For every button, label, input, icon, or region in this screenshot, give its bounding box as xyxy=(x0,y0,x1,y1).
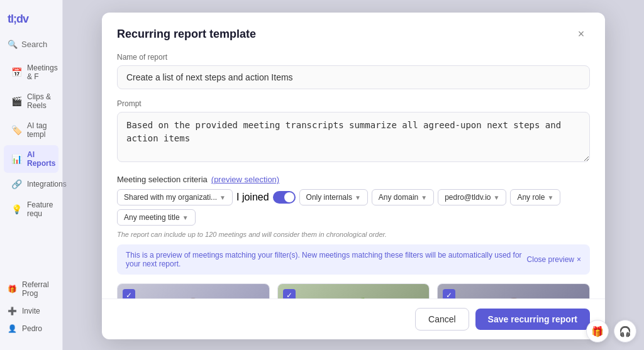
prompt-label: Prompt xyxy=(117,99,590,108)
joined-toggle[interactable] xyxy=(273,191,296,204)
cancel-button[interactable]: Cancel xyxy=(415,308,469,331)
sidebar-item-label: AI Reports xyxy=(27,150,55,168)
card-thumb-bg-1: 🌿 xyxy=(278,284,430,298)
tag-icon: 🏷️ xyxy=(11,125,22,135)
meeting-title-value: Any meeting title xyxy=(124,213,180,222)
role-value: Any role xyxy=(517,193,545,202)
sidebar-item-clips[interactable]: 🎬 Clips & Reels xyxy=(4,87,58,115)
joined-toggle-container: I joined xyxy=(236,191,296,204)
criteria-label: Meeting selection criteria xyxy=(117,175,208,184)
card-thumb-bg-0: 👨 xyxy=(118,284,269,298)
meeting-title-select[interactable]: Any meeting title ▼ xyxy=(117,209,196,226)
chevron-down-icon: ▼ xyxy=(547,194,553,201)
reports-icon: 📊 xyxy=(11,154,22,164)
invite-label: Invite xyxy=(22,307,40,315)
card-check-2: ✓ xyxy=(443,289,455,298)
card-check-1: ✓ xyxy=(283,289,296,298)
bottom-floating-icons: 🎁 🎧 xyxy=(586,320,636,342)
modal-footer: Cancel Save recurring report xyxy=(102,298,605,339)
sidebar-item-label: Meetings & F xyxy=(27,63,58,81)
sidebar-item-label: AI tag templ xyxy=(27,121,51,139)
modal-header: Recurring report template × xyxy=(102,13,605,53)
sidebar-item-feature[interactable]: 💡 Feature requ xyxy=(4,195,58,223)
support-button[interactable]: 🎧 xyxy=(614,320,636,342)
sidebar-referral[interactable]: 🎁 Referral Prog xyxy=(0,276,62,302)
sidebar-item-ai-reports[interactable]: 📊 AI Reports xyxy=(4,145,58,173)
chevron-down-icon: ▼ xyxy=(355,194,361,201)
feature-icon: 💡 xyxy=(11,204,22,214)
sidebar-item-label: Integrations xyxy=(27,180,67,189)
sidebar-item-integrations[interactable]: 🔗 Integrations xyxy=(4,174,58,194)
invite-icon: ➕ xyxy=(8,307,17,315)
clips-icon: 🎬 xyxy=(11,96,22,106)
close-preview-button[interactable]: Close preview × xyxy=(527,255,581,264)
meeting-card-1[interactable]: 🌿 ✓ Pedro x Raph Weekly Catch-Up 03/21/2… xyxy=(277,283,430,298)
preview-banner: This is a preview of meetings matching y… xyxy=(117,244,590,275)
sidebar-user[interactable]: 👤 Pedro xyxy=(0,320,62,337)
only-internals-select[interactable]: Only internals ▼ xyxy=(299,189,368,205)
criteria-preview-link[interactable]: (preview selection) xyxy=(211,175,279,184)
modal-title: Recurring report template xyxy=(117,28,256,41)
modal: Recurring report template × Name of repo… xyxy=(102,13,605,339)
main-content: Recurring report template × Name of repo… xyxy=(63,0,644,350)
sidebar-bottom: 🎁 Referral Prog ➕ Invite 👤 Pedro xyxy=(0,271,62,342)
meetings-icon: 📅 xyxy=(11,67,22,77)
modal-body: Name of report Prompt Based on the provi… xyxy=(102,53,605,298)
gift-button[interactable]: 🎁 xyxy=(586,320,609,342)
name-label: Name of report xyxy=(117,53,590,62)
meeting-card-2[interactable]: 👩 ✓ Creators' Hangout 03/18/2024 47 mins xyxy=(437,283,590,298)
meeting-cards: 👨 ✓ Creators' Hangout 03/25/2024 1h 5 🌿 … xyxy=(117,283,590,298)
chevron-down-icon: ▼ xyxy=(219,194,226,201)
sidebar-nav: 📅 Meetings & F 🎬 Clips & Reels 🏷️ AI tag… xyxy=(0,58,62,271)
headphones-icon: 🎧 xyxy=(619,325,631,337)
sidebar: tl;dv 🔍 Search 📅 Meetings & F 🎬 Clips & … xyxy=(0,0,63,350)
chevron-down-icon: ▼ xyxy=(421,194,427,201)
criteria-info: The report can include up to 120 meeting… xyxy=(117,231,590,238)
search-icon: 🔍 xyxy=(8,40,18,49)
sidebar-item-meetings[interactable]: 📅 Meetings & F xyxy=(4,58,58,86)
search-button[interactable]: 🔍 Search xyxy=(0,36,62,53)
only-internals-value: Only internals xyxy=(306,193,352,202)
card-thumbnail-0: 👨 ✓ xyxy=(118,284,269,298)
close-preview-icon: × xyxy=(577,255,581,264)
filters-row: Shared with my organizati... ▼ I joined … xyxy=(117,189,590,226)
prompt-textarea[interactable]: Based on the provided meeting transcript… xyxy=(117,112,590,162)
domain-select[interactable]: Any domain ▼ xyxy=(372,189,434,205)
save-button[interactable]: Save recurring report xyxy=(475,309,590,330)
meeting-card-0[interactable]: 👨 ✓ Creators' Hangout 03/25/2024 1h 5 xyxy=(117,283,270,298)
chevron-down-icon: ▼ xyxy=(493,194,499,201)
sidebar-item-ai-tag[interactable]: 🏷️ AI tag templ xyxy=(4,116,58,144)
integrations-icon: 🔗 xyxy=(11,179,22,189)
card-thumbnail-1: 🌿 ✓ xyxy=(278,284,430,298)
shared-with-value: Shared with my organizati... xyxy=(124,193,217,202)
user-avatar-icon: 👤 xyxy=(8,324,17,333)
referral-label: Referral Prog xyxy=(22,280,55,298)
modal-close-button[interactable]: × xyxy=(572,25,590,43)
name-input[interactable] xyxy=(117,65,590,89)
gift-icon: 🎁 xyxy=(591,325,604,337)
preview-banner-text: This is a preview of meetings matching y… xyxy=(126,251,522,268)
domain-value: Any domain xyxy=(379,193,418,202)
criteria-row: Meeting selection criteria (preview sele… xyxy=(117,175,590,184)
user-value: pedro@tldv.io xyxy=(445,193,491,202)
app-logo: tl;dv xyxy=(0,8,62,36)
user-select[interactable]: pedro@tldv.io ▼ xyxy=(438,189,506,205)
sidebar-item-label: Feature requ xyxy=(27,200,53,218)
toggle-knob xyxy=(284,192,294,202)
sidebar-item-label: Clips & Reels xyxy=(27,92,51,110)
close-preview-label: Close preview xyxy=(527,255,574,264)
card-thumbnail-2: 👩 ✓ xyxy=(438,284,589,298)
role-select[interactable]: Any role ▼ xyxy=(510,189,560,205)
search-label: Search xyxy=(21,40,47,49)
joined-label: I joined xyxy=(236,192,269,203)
card-thumb-bg-2: 👩 xyxy=(438,284,589,298)
card-check-0: ✓ xyxy=(123,289,135,298)
sidebar-invite[interactable]: ➕ Invite xyxy=(0,302,62,320)
chevron-down-icon: ▼ xyxy=(182,214,189,221)
shared-with-select[interactable]: Shared with my organizati... ▼ xyxy=(117,189,233,205)
referral-icon: 🎁 xyxy=(8,285,17,293)
user-label: Pedro xyxy=(22,324,42,333)
